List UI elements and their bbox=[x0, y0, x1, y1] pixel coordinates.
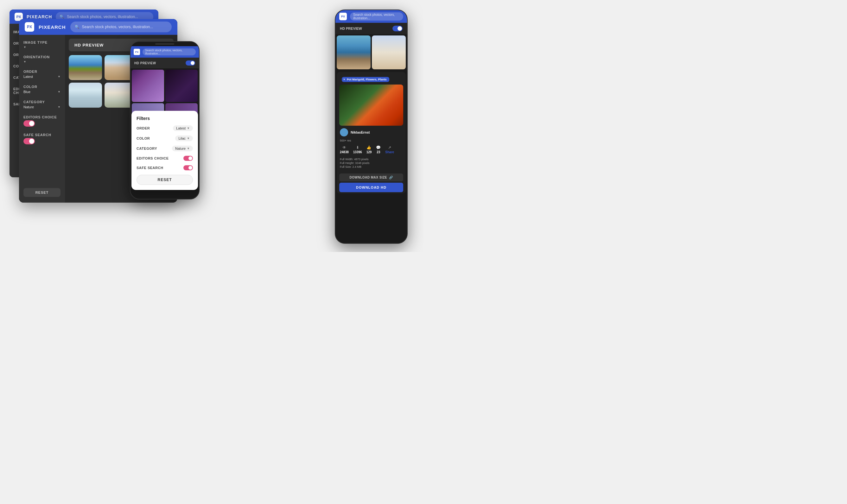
filter-category[interactable]: CATEGORY Nature ▼ bbox=[23, 100, 60, 109]
filter-order-label: ORDER bbox=[23, 70, 60, 73]
detail-tag-text: Pot Marigold, Flowers, Plants bbox=[347, 78, 387, 81]
mobile-category-pill[interactable]: Nature ▼ bbox=[172, 146, 193, 151]
editors-choice-toggle[interactable] bbox=[23, 120, 35, 127]
safe-search-toggle[interactable] bbox=[23, 138, 35, 144]
category-chevron-icon: ▼ bbox=[187, 147, 190, 150]
right-phone-logo: PX bbox=[339, 13, 347, 20]
username-text: NiklasErnst bbox=[351, 130, 370, 134]
filter-color-dropdown[interactable]: Blue ▼ bbox=[23, 90, 60, 94]
search-icon: 🔍 bbox=[59, 15, 64, 19]
mobile-category-value: Nature bbox=[175, 147, 186, 150]
phone-notch bbox=[130, 42, 199, 46]
share-stat[interactable]: ↗ Share bbox=[385, 145, 394, 154]
phone-search-placeholder: Search stock photos, vectors, illustrati… bbox=[145, 49, 193, 55]
phone-logo: PX bbox=[134, 49, 140, 55]
download-bar: DOWNLOAD MAX SIZE 🔗 DOWNLOAD HD bbox=[337, 172, 406, 194]
chevron-down-icon-2: ▼ bbox=[23, 60, 26, 63]
rp-img-beach[interactable] bbox=[372, 35, 406, 69]
like-icon: 👍 bbox=[367, 145, 371, 150]
filters-panel: Filters ORDER Latest ▼ COLOR Lilac ▼ CAT… bbox=[131, 111, 198, 190]
bg-search-placeholder: Search stock photos, vectors, illustrati… bbox=[67, 15, 138, 19]
mobile-order-pill[interactable]: Latest ▼ bbox=[173, 125, 193, 131]
detail-tag: ✕ Pot Marigold, Flowers, Plants bbox=[342, 77, 389, 82]
image-card-mountain-lake[interactable] bbox=[69, 55, 102, 80]
meta-height: Full Height: 3248 pixels bbox=[340, 161, 403, 165]
comment-icon: 💬 bbox=[376, 145, 381, 150]
filter-orientation-label: ORIENTATION bbox=[23, 55, 60, 59]
main-search-placeholder: Search stock photos, vectors, illustrati… bbox=[82, 25, 153, 29]
mobile-filter-category: CATEGORY Nature ▼ bbox=[137, 146, 193, 151]
mobile-filter-order: ORDER Latest ▼ bbox=[137, 125, 193, 131]
filter-category-dropdown[interactable]: Nature ▼ bbox=[23, 105, 60, 109]
views-stat: 👁 24838 bbox=[340, 145, 349, 154]
notch-bar bbox=[155, 43, 174, 44]
right-phone-search[interactable]: Search stock photos, vectors, illustrati… bbox=[350, 12, 403, 21]
stats-row: 👁 24838 ⬇ 13396 👍 129 💬 23 ↗ Share bbox=[337, 144, 406, 156]
meta-size: Full Size: 2.4 MB bbox=[340, 165, 403, 168]
comments-count: 23 bbox=[377, 150, 380, 154]
close-icon[interactable]: ✕ bbox=[343, 78, 346, 81]
mobile-reset-button[interactable]: RESET bbox=[137, 175, 193, 185]
rp-img-mountain[interactable] bbox=[337, 35, 371, 69]
link-icon: 🔗 bbox=[389, 176, 393, 179]
main-app-header: PX PIXEARCH 🔍 Search stock photos, vecto… bbox=[19, 19, 177, 35]
phone-img-flower[interactable] bbox=[132, 70, 164, 102]
filter-order-dropdown[interactable]: Latest ▼ bbox=[23, 75, 60, 78]
chevron-down-icon-5: ▼ bbox=[58, 105, 60, 109]
download-icon: ⬇ bbox=[356, 145, 359, 150]
chevron-down-icon-4: ▼ bbox=[58, 90, 60, 93]
filter-color[interactable]: COLOR Blue ▼ bbox=[23, 85, 60, 94]
right-search-placeholder: Search stock photos, vectors, illustrati… bbox=[353, 13, 400, 20]
image-card-birds[interactable] bbox=[69, 83, 102, 108]
eye-icon: 👁 bbox=[342, 145, 346, 150]
phone-search-bar[interactable]: Search stock photos, vectors, illustrati… bbox=[143, 49, 196, 55]
download-hd-button[interactable]: DOWNLOAD HD bbox=[339, 183, 403, 192]
filter-color-value: Blue bbox=[23, 90, 31, 94]
user-avatar bbox=[340, 128, 348, 137]
comments-stat: 💬 23 bbox=[376, 145, 381, 154]
right-hd-text: HD PREVIEW bbox=[340, 26, 362, 30]
phone-hd-toggle[interactable] bbox=[186, 60, 195, 66]
right-phone-header: PX Search stock photos, vectors, illustr… bbox=[335, 10, 407, 23]
filter-image-type-label: IMAGE TYPE bbox=[23, 40, 60, 44]
filter-safe-search[interactable]: SAFE SEARCH bbox=[23, 133, 60, 144]
share-icon: ↗ bbox=[388, 145, 391, 150]
phone-hd-text: HD PREVIEW bbox=[134, 61, 156, 65]
phone-header: PX Search stock photos, vectors, illustr… bbox=[130, 46, 199, 58]
likes-stat: 👍 129 bbox=[367, 145, 372, 154]
phone-right: PX Search stock photos, vectors, illustr… bbox=[335, 10, 408, 244]
mobile-filter-safe: SAFE SEARCH bbox=[137, 165, 193, 170]
mobile-color-pill[interactable]: Lilac ▼ bbox=[175, 136, 193, 141]
mobile-color-value: Lilac bbox=[178, 137, 186, 140]
download-max-button[interactable]: DOWNLOAD MAX SIZE 🔗 bbox=[339, 174, 403, 181]
filter-orientation-dropdown[interactable]: ▼ bbox=[23, 60, 60, 63]
phone-img-dark[interactable] bbox=[165, 70, 198, 102]
main-search-icon: 🔍 bbox=[75, 25, 80, 29]
filter-image-type-dropdown[interactable]: ▼ bbox=[23, 46, 60, 49]
filter-image-type[interactable]: IMAGE TYPE ▼ bbox=[23, 40, 60, 49]
reset-button[interactable]: RESET bbox=[23, 188, 60, 197]
filter-editors-choice[interactable]: EDITORS CHOICE bbox=[23, 115, 60, 127]
share-button[interactable]: Share bbox=[385, 150, 394, 154]
user-row: NiklasErnst bbox=[337, 128, 406, 139]
mobile-safe-toggle[interactable] bbox=[183, 165, 193, 170]
main-search-bar[interactable]: 🔍 Search stock photos, vectors, illustra… bbox=[70, 21, 172, 32]
chevron-down-icon-3: ▼ bbox=[58, 75, 60, 78]
filter-order[interactable]: ORDER Latest ▼ bbox=[23, 70, 60, 78]
filter-orientation[interactable]: ORIENTATION ▼ bbox=[23, 55, 60, 63]
right-hd-toggle[interactable] bbox=[392, 26, 403, 31]
mobile-filter-color: COLOR Lilac ▼ bbox=[137, 136, 193, 141]
editors-toggle-row bbox=[23, 120, 60, 127]
mobile-category-label: CATEGORY bbox=[137, 147, 157, 150]
mobile-order-value: Latest bbox=[176, 126, 186, 130]
mobile-editors-toggle[interactable] bbox=[183, 156, 193, 161]
filter-color-label: COLOR bbox=[23, 85, 60, 89]
detail-image[interactable] bbox=[339, 85, 403, 126]
filter-safe-label: SAFE SEARCH bbox=[23, 133, 60, 137]
likes-count: 129 bbox=[367, 150, 372, 154]
downloads-count: 13396 bbox=[353, 150, 362, 154]
color-chevron-icon: ▼ bbox=[187, 137, 190, 140]
resolution-badge: 500+ res bbox=[337, 139, 406, 144]
order-chevron-icon: ▼ bbox=[187, 127, 190, 130]
main-logo: PX bbox=[25, 22, 34, 32]
